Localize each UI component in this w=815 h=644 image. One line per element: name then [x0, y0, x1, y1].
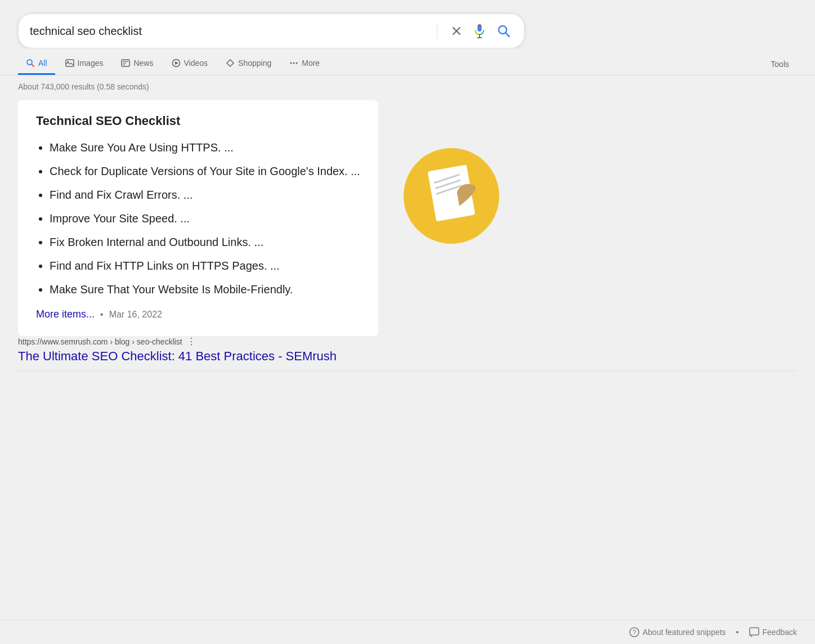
tab-images[interactable]: Images: [57, 53, 111, 75]
more-tab-icon: [289, 59, 298, 68]
tab-news-label: News: [133, 59, 153, 68]
result-below-area: https://www.semrush.com › blog › seo-che…: [0, 336, 815, 364]
search-bar: technical seo checklist: [18, 14, 525, 48]
result-url-more-icon[interactable]: ⋮: [187, 336, 196, 347]
mic-button[interactable]: [471, 21, 488, 41]
search-input-text: technical seo checklist: [30, 25, 426, 38]
results-row: Technical SEO Checklist Make Sure You Ar…: [18, 100, 797, 336]
question-circle-icon: ?: [629, 627, 639, 637]
more-items-link[interactable]: More items...: [36, 308, 95, 320]
nav-tabs: All Images News: [18, 53, 328, 75]
feedback-item[interactable]: Feedback: [749, 627, 797, 637]
about-snippets-label: About featured snippets: [643, 628, 726, 637]
nav-tabs-area: All Images News: [0, 48, 815, 75]
result-url-row: https://www.semrush.com › blog › seo-che…: [18, 336, 797, 347]
tools-label: Tools: [771, 60, 789, 69]
snippet-footer: More items... • Mar 16, 2022: [36, 308, 360, 320]
search-bar-area: technical seo checklist: [0, 0, 815, 48]
videos-tab-icon: [172, 59, 181, 68]
tab-news[interactable]: News: [113, 53, 161, 75]
about-snippets-item[interactable]: ? About featured snippets: [629, 627, 726, 637]
snippet-item-2: Check for Duplicate Versions of Your Sit…: [50, 163, 360, 179]
tab-images-label: Images: [78, 59, 104, 68]
result-url-text: https://www.semrush.com › blog › seo-che…: [18, 337, 182, 346]
tab-more-label: More: [302, 59, 320, 68]
clear-button[interactable]: [449, 23, 464, 39]
tools-button[interactable]: Tools: [763, 54, 797, 74]
svg-rect-29: [750, 628, 759, 635]
tab-all[interactable]: All: [18, 53, 55, 75]
svg-rect-4: [478, 28, 481, 32]
svg-line-10: [32, 64, 34, 66]
tab-more[interactable]: More: [281, 53, 328, 75]
svg-line-8: [506, 33, 510, 37]
feedback-icon: [749, 627, 759, 637]
checklist-illustration: [401, 145, 502, 247]
shopping-tab-icon: [226, 59, 235, 68]
close-icon: [451, 25, 462, 37]
snippet-item-4: Improve Your Site Speed. ...: [50, 211, 360, 226]
snippet-item-3: Find and Fix Crawl Errors. ...: [50, 187, 360, 203]
feedback-label: Feedback: [763, 628, 797, 637]
bottom-bar: ? About featured snippets • Feedback: [0, 620, 815, 644]
svg-marker-18: [175, 61, 178, 65]
microphone-icon: [473, 23, 486, 39]
search-button[interactable]: [495, 22, 513, 40]
svg-rect-3: [478, 24, 481, 28]
bottom-dot-separator: •: [736, 628, 739, 637]
tab-videos-label: Videos: [184, 59, 208, 68]
svg-point-21: [296, 62, 298, 64]
snippet-item-5: Fix Broken Internal and Outbound Links. …: [50, 234, 360, 250]
results-area: About 743,000 results (0.58 seconds) Tec…: [0, 75, 815, 336]
snippet-list: Make Sure You Are Using HTTPS. ... Check…: [36, 140, 360, 297]
search-divider: [437, 23, 437, 39]
images-tab-icon: [65, 59, 74, 68]
footer-dot: •: [100, 310, 104, 320]
featured-snippet-card: Technical SEO Checklist Make Sure You Ar…: [18, 100, 378, 336]
result-separator: [18, 370, 797, 371]
tab-all-label: All: [38, 59, 47, 68]
tab-shopping[interactable]: Shopping: [218, 53, 279, 75]
search-icon: [497, 24, 511, 38]
tab-videos[interactable]: Videos: [164, 53, 216, 75]
snippet-date: Mar 16, 2022: [109, 310, 162, 320]
tab-shopping-label: Shopping: [238, 59, 271, 68]
result-title-link[interactable]: The Ultimate SEO Checklist: 41 Best Prac…: [18, 349, 797, 364]
results-count: About 743,000 results (0.58 seconds): [18, 82, 797, 91]
svg-text:?: ?: [633, 629, 636, 636]
news-tab-icon: [121, 59, 130, 68]
right-image-area: [401, 145, 502, 249]
svg-point-20: [293, 62, 295, 64]
snippet-item-7: Make Sure That Your Website Is Mobile-Fr…: [50, 281, 360, 297]
snippet-item-1: Make Sure You Are Using HTTPS. ...: [50, 140, 360, 155]
svg-point-19: [290, 62, 292, 64]
search-tab-icon: [26, 59, 35, 68]
snippet-item-6: Find and Fix HTTP Links on HTTPS Pages. …: [50, 258, 360, 274]
snippet-title: Technical SEO Checklist: [36, 114, 360, 128]
